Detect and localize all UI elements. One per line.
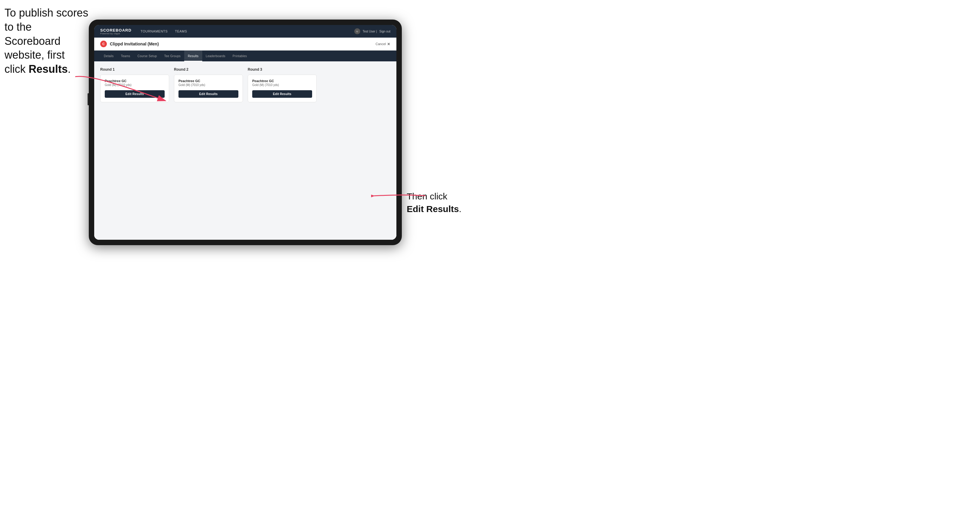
user-avatar: U (354, 28, 360, 34)
instruction-edit-period: . (459, 204, 461, 214)
round-2-course-name: Peachtree GC (178, 79, 239, 83)
round-2-card: Peachtree GC Gold (M) (7010 yds) Edit Re… (174, 75, 243, 102)
cancel-button[interactable]: Cancel ✕ (375, 42, 390, 46)
round-3-card: Peachtree GC Gold (M) (7010 yds) Edit Re… (248, 75, 317, 102)
round-3-course-details: Gold (M) (7010 yds) (252, 83, 312, 87)
edit-results-btn-round-2[interactable]: Edit Results (178, 90, 239, 98)
round-1-title: Round 1 (100, 67, 169, 71)
top-nav: SCOREBOARD Powered by clippd TOURNAMENTS… (94, 25, 396, 38)
round-2-course-details: Gold (M) (7010 yds) (178, 83, 239, 87)
edit-results-btn-round-1[interactable]: Edit Results (105, 90, 165, 98)
tournament-header: C Clippd Invitational (Men) Cancel ✕ (94, 38, 396, 51)
round-2-column: Round 2 Peachtree GC Gold (M) (7010 yds)… (174, 67, 243, 102)
round-1-course-details: Gold (M) (7010 yds) (105, 83, 165, 87)
logo-scoreboard: SCOREBOARD (100, 28, 132, 32)
nav-tournaments[interactable]: TOURNAMENTS (140, 28, 168, 34)
nav-teams[interactable]: TEAMS (175, 28, 187, 34)
tab-teams[interactable]: Teams (118, 51, 134, 61)
round-1-card: Peachtree GC Gold (M) (7010 yds) Edit Re… (100, 75, 169, 102)
tournament-icon: C (100, 41, 107, 47)
tab-printables[interactable]: Printables (229, 51, 250, 61)
instruction-results-bold: Results (29, 63, 68, 75)
instruction-line3: website, first (5, 49, 65, 61)
tablet-screen: SCOREBOARD Powered by clippd TOURNAMENTS… (94, 25, 396, 240)
round-3-column: Round 3 Peachtree GC Gold (M) (7010 yds)… (248, 67, 317, 102)
round-1-column: Round 1 Peachtree GC Gold (M) (7010 yds)… (100, 67, 169, 102)
tab-tee-groups[interactable]: Tee Groups (161, 51, 184, 61)
round-3-course-name: Peachtree GC (252, 79, 312, 83)
tab-course-setup[interactable]: Course Setup (134, 51, 161, 61)
results-area: Round 1 Peachtree GC Gold (M) (7010 yds)… (94, 61, 396, 240)
logo-area: SCOREBOARD Powered by clippd (100, 28, 132, 35)
tablet-frame: SCOREBOARD Powered by clippd TOURNAMENTS… (89, 19, 402, 245)
instruction-top-left: To publish scores to the Scoreboard webs… (5, 6, 89, 76)
edit-results-btn-round-3[interactable]: Edit Results (252, 90, 312, 98)
tournament-title: Clippd Invitational (Men) (110, 41, 375, 46)
tab-results[interactable]: Results (184, 51, 202, 61)
instruction-period: . (68, 63, 71, 75)
instruction-bottom-right: Then click Edit Results. (407, 190, 461, 215)
tab-bar: Details Teams Course Setup Tee Groups Re… (94, 51, 396, 61)
instruction-then-click: Then click (407, 191, 447, 201)
sign-out-link[interactable]: Sign out (379, 30, 390, 33)
tab-leaderboards[interactable]: Leaderboards (202, 51, 229, 61)
nav-links: TOURNAMENTS TEAMS (140, 28, 354, 34)
page-content: C Clippd Invitational (Men) Cancel ✕ Det… (94, 38, 396, 240)
instruction-line2: to the Scoreboard (5, 21, 60, 47)
round-3-title: Round 3 (248, 67, 317, 71)
nav-user: Test User | (363, 30, 377, 33)
instruction-line1: To publish scores (5, 6, 88, 19)
cancel-label: Cancel (375, 42, 386, 46)
round-4-empty (321, 67, 390, 102)
tab-details[interactable]: Details (100, 51, 118, 61)
instruction-edit-results-bold: Edit Results (407, 204, 459, 214)
round-1-course-name: Peachtree GC (105, 79, 165, 83)
rounds-grid: Round 1 Peachtree GC Gold (M) (7010 yds)… (100, 67, 390, 102)
round-2-title: Round 2 (174, 67, 243, 71)
cancel-x-icon: ✕ (387, 42, 390, 46)
instruction-line4-prefix: click (5, 63, 29, 75)
logo-sub: Powered by clippd (100, 32, 132, 35)
nav-right: U Test User | Sign out (354, 28, 390, 34)
